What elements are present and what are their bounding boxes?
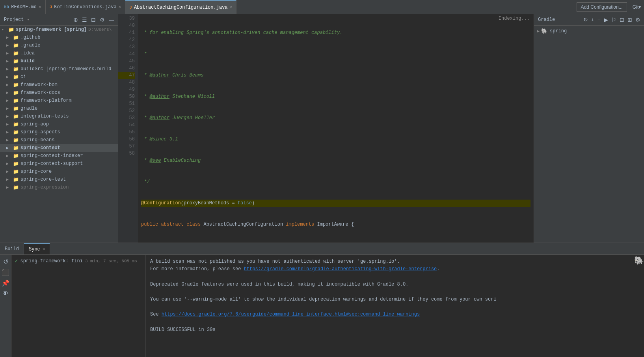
tree-item-spring-context-support[interactable]: ▶ 📁 spring-context-support bbox=[0, 160, 118, 168]
gradle-dot-chevron: ▶ bbox=[6, 43, 13, 48]
ci-label: ci bbox=[20, 74, 26, 80]
build-panel: Build Sync × ↺ ⬛ 📌 👁 ✓ spring-framework:… bbox=[0, 243, 644, 357]
git-button[interactable]: Git▾ bbox=[629, 3, 644, 11]
spring-aop-label: spring-aop bbox=[20, 121, 49, 127]
tab-readme-label: README.md bbox=[11, 4, 37, 10]
tab-kotlin[interactable]: J KotlinConventions.java × bbox=[46, 0, 126, 14]
integration-tests-chevron: ▶ bbox=[6, 114, 13, 119]
gradle-debug-button[interactable]: ⚐ bbox=[610, 16, 618, 24]
spring-core-test-chevron: ▶ bbox=[6, 177, 13, 182]
gradle-refresh-button[interactable]: ↻ bbox=[582, 16, 589, 24]
sidebar-close-button[interactable]: — bbox=[108, 16, 115, 24]
build-item-time: 3 min, 7 sec, 605 ms bbox=[85, 259, 137, 264]
tree-item-build[interactable]: ▶ 📁 build bbox=[0, 57, 118, 65]
build-chevron: ▶ bbox=[6, 59, 13, 64]
spring-context-indexer-chevron: ▶ bbox=[6, 153, 13, 158]
spring-expression-chevron: ▶ bbox=[6, 185, 13, 190]
tree-item-github[interactable]: ▶ 📁 .github bbox=[0, 34, 118, 41]
gradle-run-button[interactable]: ▶ bbox=[603, 16, 609, 24]
code-line-45: * @see EnableCaching bbox=[141, 157, 530, 164]
tab-readme[interactable]: MD README.md × bbox=[0, 0, 46, 14]
spring-context-support-label: spring-context-support bbox=[20, 161, 83, 166]
line-num-57: 57 bbox=[118, 143, 135, 150]
line-num-51: 51 bbox=[118, 100, 135, 107]
tree-item-spring-context[interactable]: ▶ 📁 spring-context bbox=[0, 144, 118, 152]
line-num-55: 55 bbox=[118, 129, 135, 136]
gradle-folder-icon: 📁 bbox=[13, 105, 19, 112]
line-num-53: 53 bbox=[118, 114, 135, 121]
build-log[interactable]: A build scan was not published as you ha… bbox=[145, 255, 632, 357]
line-num-46: 46 bbox=[118, 65, 135, 72]
tree-item-spring-core[interactable]: ▶ 📁 spring-core bbox=[0, 168, 118, 176]
tree-item-spring-aspects[interactable]: ▶ 📁 spring-aspects bbox=[0, 128, 118, 136]
tree-item-framework-bom[interactable]: ▶ 📁 framework-bom bbox=[0, 81, 118, 89]
tree-item-spring-context-indexer[interactable]: ▶ 📁 spring-context-indexer bbox=[0, 152, 118, 160]
ci-folder-icon: 📁 bbox=[13, 74, 19, 80]
gradle-filter-button[interactable]: ⊞ bbox=[626, 16, 633, 24]
spring-expression-folder-icon: 📁 bbox=[13, 184, 19, 191]
framework-bom-chevron: ▶ bbox=[6, 82, 13, 87]
build-pin-button[interactable]: 📌 bbox=[2, 279, 9, 287]
line-num-45: 45 bbox=[118, 58, 135, 65]
framework-platform-label: framework-platform bbox=[20, 98, 72, 103]
tree-root[interactable]: ▾ 📁 spring-framework [spring] D:\Users\ bbox=[0, 26, 118, 34]
sidebar-settings-button[interactable]: ⚙ bbox=[99, 16, 106, 24]
tree-item-ci[interactable]: ▶ 📁 ci bbox=[0, 73, 118, 81]
tree-item-spring-aop[interactable]: ▶ 📁 spring-aop bbox=[0, 120, 118, 128]
tree-item-spring-beans[interactable]: ▶ 📁 spring-beans bbox=[0, 136, 118, 144]
build-restart-button[interactable]: ↺ bbox=[3, 258, 8, 265]
tab-readme-close[interactable]: × bbox=[39, 5, 41, 9]
tree-item-spring-core-test[interactable]: ▶ 📁 spring-core-test bbox=[0, 176, 118, 183]
gradle-add-button[interactable]: + bbox=[590, 16, 596, 24]
tree-item-integration-tests[interactable]: ▶ 📁 integration-tests bbox=[0, 112, 118, 120]
sidebar-collapse-button[interactable]: ⊟ bbox=[90, 16, 97, 24]
tree-item-buildsrc[interactable]: ▶ 📁 buildSrc [spring-framework.build bbox=[0, 65, 118, 73]
gradle-spring-chevron: ▶ bbox=[537, 29, 540, 34]
editor-area: 39 40 41 42 43 44 45 46 47 48 49 50 51 5… bbox=[118, 14, 534, 243]
gradle-settings-button[interactable]: ⚙ bbox=[634, 16, 642, 24]
tab-build[interactable]: Build bbox=[0, 243, 24, 254]
tree-item-spring-expression[interactable]: ▶ 📁 spring-expression bbox=[0, 183, 118, 191]
sidebar-locate-button[interactable]: ⊕ bbox=[72, 16, 79, 24]
tab-kotlin-close[interactable]: × bbox=[119, 5, 121, 9]
spring-context-indexer-folder-icon: 📁 bbox=[13, 153, 19, 159]
line-num-48: 48 bbox=[118, 79, 135, 86]
gradle-remove-button[interactable]: − bbox=[596, 16, 602, 24]
tabs-bar: MD README.md × J KotlinConventions.java … bbox=[0, 0, 644, 14]
tree-item-gradle[interactable]: ▶ 📁 gradle bbox=[0, 105, 118, 112]
gradle-spring-icon: 🐘 bbox=[541, 28, 547, 34]
tab-abstract[interactable]: J AbstractCachingConfiguration.java × bbox=[125, 0, 236, 14]
line-num-49: 49 bbox=[118, 86, 135, 93]
build-link-gradle-enterprise[interactable]: https://gradle.com/help/gradle-authentic… bbox=[244, 266, 437, 272]
spring-aop-chevron: ▶ bbox=[6, 122, 13, 127]
framework-docs-folder-icon: 📁 bbox=[13, 90, 19, 96]
framework-bom-folder-icon: 📁 bbox=[13, 82, 19, 88]
sidebar-scroll-button[interactable]: ☰ bbox=[81, 16, 88, 24]
code-line-43: * @author Juergen Hoeller bbox=[141, 114, 530, 121]
tab-sync-close[interactable]: × bbox=[43, 247, 45, 252]
tree-item-framework-docs[interactable]: ▶ 📁 framework-docs bbox=[0, 89, 118, 97]
tree-root-label: spring-framework [spring] bbox=[16, 27, 87, 32]
tree-item-gradle-dot[interactable]: ▶ 📁 .gradle bbox=[0, 41, 118, 49]
gradle-item-spring[interactable]: ▶ 🐘 spring bbox=[534, 27, 644, 35]
code-line-40: * bbox=[141, 50, 530, 58]
tree-item-framework-platform[interactable]: ▶ 📁 framework-platform bbox=[0, 97, 118, 105]
tab-abstract-close[interactable]: × bbox=[230, 5, 233, 10]
add-configuration-button[interactable]: Add Configuration... bbox=[577, 2, 627, 12]
build-link-command-line[interactable]: https://docs.gradle.org/7.6/userguide/co… bbox=[162, 312, 420, 317]
gradle-toggle-button[interactable]: ⊟ bbox=[618, 16, 625, 24]
spring-aop-folder-icon: 📁 bbox=[13, 121, 19, 127]
build-stop-button[interactable]: ⬛ bbox=[2, 269, 9, 276]
build-eye-button[interactable]: 👁 bbox=[2, 290, 9, 297]
build-tabs: Build Sync × bbox=[0, 243, 644, 255]
spring-aspects-label: spring-aspects bbox=[20, 129, 60, 135]
build-item-spring-framework[interactable]: ✓ spring-framework: fini 3 min, 7 sec, 6… bbox=[11, 256, 145, 265]
spring-context-label: spring-context bbox=[20, 145, 60, 151]
code-editor[interactable]: * for enabling Spring's annotation-drive… bbox=[138, 14, 534, 243]
idea-label: .idea bbox=[20, 50, 35, 56]
tab-sync[interactable]: Sync × bbox=[24, 243, 50, 254]
tree-item-idea[interactable]: ▶ 📁 .idea bbox=[0, 49, 118, 57]
root-folder-icon: 📁 bbox=[8, 26, 14, 33]
ci-chevron: ▶ bbox=[6, 75, 13, 79]
spring-context-support-chevron: ▶ bbox=[6, 161, 13, 166]
